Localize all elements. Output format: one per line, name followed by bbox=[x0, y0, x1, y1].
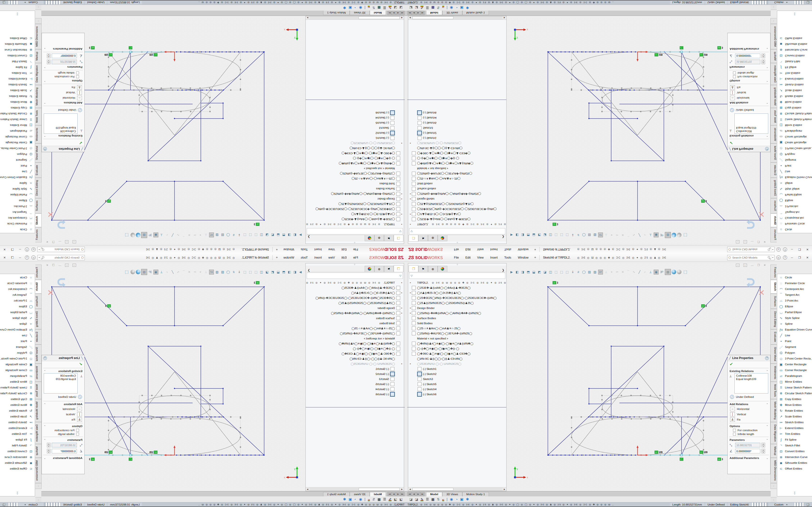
view-toolbar-icon[interactable]: 3ᴰ bbox=[659, 233, 664, 237]
view-toolbar-icon[interactable]: ✕ bbox=[620, 233, 625, 237]
search-icon[interactable] bbox=[768, 256, 770, 258]
add-relation-row[interactable]: ⚓ Fix bbox=[728, 85, 770, 90]
menu-item[interactable]: Tools bbox=[504, 248, 511, 251]
feature-tree-item[interactable]: ▸ Solid Bodies bbox=[306, 321, 403, 326]
blue-sketch-points[interactable] bbox=[549, 52, 638, 90]
bottom-toolbar-icon[interactable]: ⇅ bbox=[437, 497, 440, 501]
sketch-tool-item[interactable]: ≈ Spline bbox=[0, 180, 35, 186]
feature-tree-item[interactable]: ▸ (-) Sketch1 bbox=[306, 136, 403, 141]
menu-item[interactable]: Insert bbox=[314, 248, 322, 251]
document-tab[interactable]: 3D Views bbox=[350, 492, 369, 496]
view-toolbar-icon[interactable]: ◉ bbox=[654, 270, 659, 275]
expand-arrow-icon[interactable]: ▸ bbox=[409, 223, 412, 225]
view-toolbar-icon[interactable]: ⬓ bbox=[276, 233, 281, 237]
collapse-icon[interactable]: ⌃ bbox=[766, 370, 768, 373]
commandmanager-tab[interactable]: Weldments bbox=[35, 125, 42, 144]
parameter-input[interactable] bbox=[735, 449, 760, 453]
collapse-icon[interactable]: ⌃ bbox=[766, 403, 768, 406]
option-row[interactable]: For construction bbox=[42, 75, 84, 79]
add-relation-row[interactable]: │ Vertical bbox=[42, 90, 84, 95]
view-toolbar-icon[interactable]: ◉ bbox=[153, 270, 158, 275]
parameter-input[interactable] bbox=[52, 60, 77, 64]
bottom-toolbar-icon[interactable]: ◪ bbox=[415, 6, 418, 10]
sketch-tool-item[interactable]: ▣ Center Rectangle bbox=[0, 361, 35, 367]
tab-overflow-arrow[interactable]: ❯ bbox=[306, 269, 312, 272]
commandmanager-tab[interactable]: Markup bbox=[770, 444, 777, 458]
feature-tree-item[interactable]: ▸ ◯Λ♟◎✤25◦Э◯◦◯Э◦25✤◎♟Λ◯ bbox=[306, 212, 403, 217]
sketch-tool-item[interactable]: ⌬ Polygon bbox=[0, 350, 35, 356]
spinner[interactable]: ▲▼ bbox=[761, 443, 765, 447]
view-toolbar-icon[interactable]: ◫ bbox=[259, 270, 264, 275]
scene-cube-icon[interactable]: ⬚ bbox=[682, 232, 688, 238]
parameter-input[interactable] bbox=[735, 60, 760, 64]
feature-tree-item[interactable]: ▸ ◯25·∩✳♟Аm◯◦◯mА♟✳∩·25◯ bbox=[409, 176, 506, 181]
checkbox[interactable] bbox=[733, 75, 736, 78]
tab-propertymanager[interactable]: ⚑ bbox=[418, 266, 428, 272]
view-toolbar-icon[interactable]: ⬒ bbox=[281, 233, 286, 237]
search-input[interactable] bbox=[45, 248, 80, 251]
expand-arrow-icon[interactable]: ▸ bbox=[400, 198, 403, 200]
search-input[interactable] bbox=[732, 248, 767, 251]
tab-scroll-arrow-icon[interactable]: ▶ bbox=[416, 11, 420, 15]
menu-item[interactable]: View bbox=[328, 256, 335, 259]
expand-arrow-icon[interactable]: ▸ bbox=[409, 282, 412, 284]
view-toolbar-icon[interactable]: ⌒ bbox=[181, 270, 186, 275]
view-toolbar-icon[interactable]: ✂ bbox=[615, 233, 620, 237]
commandmanager-tab[interactable]: Weldments bbox=[35, 363, 42, 382]
sketch-tool-item[interactable]: ≈ Spline bbox=[0, 321, 35, 327]
bottom-toolbar-icon[interactable]: ✱ bbox=[466, 6, 469, 10]
bottom-toolbar-icon[interactable]: ◪ bbox=[394, 497, 397, 501]
view-toolbar-icon[interactable]: ⌐ bbox=[164, 233, 169, 237]
sketch-tool-item[interactable]: ↦ Stretch Entities bbox=[777, 419, 812, 425]
sketch-tool-item[interactable]: ◌ Perimeter Circle bbox=[777, 280, 812, 286]
checkbox[interactable] bbox=[76, 433, 79, 436]
expand-arrow-icon[interactable]: ▸ bbox=[409, 307, 412, 309]
menu-item[interactable]: View bbox=[477, 256, 484, 259]
feature-tree-item[interactable]: ▸ (-) Sketch4 bbox=[409, 387, 506, 392]
add-relation-row[interactable]: ─ Horizontal bbox=[728, 406, 770, 412]
feature-tree-item[interactable]: ▸ (-) Sketch6 bbox=[306, 392, 403, 397]
bottom-toolbar-icon[interactable]: ☰ bbox=[383, 497, 386, 501]
tag-icon[interactable]: ❏ bbox=[805, 502, 811, 507]
search-dropdown-icon[interactable]: ▾ bbox=[39, 257, 40, 259]
spinner[interactable]: ▲▼ bbox=[47, 60, 51, 64]
tree-filter-input[interactable] bbox=[414, 274, 504, 277]
view-toolbar-icon[interactable]: ▨ bbox=[215, 270, 219, 275]
spinner[interactable]: ▲▼ bbox=[47, 443, 51, 447]
sketch-tool-item[interactable]: ✂ Trim Entities bbox=[777, 431, 812, 437]
help-icon[interactable]: ? bbox=[783, 256, 787, 260]
search-box[interactable]: ⬡ ▾ bbox=[38, 255, 85, 260]
feature-tree-item[interactable]: ▸ Material < not specified > bbox=[409, 336, 506, 341]
sketch-tool-item[interactable]: ⊡ Convert Entities bbox=[0, 53, 35, 59]
sketch-tool-item[interactable]: ◠ Centerpoint Arc bbox=[0, 215, 35, 221]
add-relation-row[interactable]: │ Vertical bbox=[42, 412, 84, 417]
view-toolbar-icon[interactable]: ⊥ bbox=[203, 233, 208, 237]
panel-help-icon[interactable]: ? bbox=[43, 356, 47, 360]
collapse-icon[interactable]: ⌃ bbox=[766, 66, 768, 68]
checkbox[interactable] bbox=[733, 429, 736, 432]
spinner[interactable]: ▲▼ bbox=[761, 449, 765, 453]
relations-listbox[interactable]: Collinear108Equal length109 bbox=[44, 373, 78, 394]
view-toolbar-icon[interactable]: ⌖ bbox=[609, 233, 614, 237]
tab-scroll-arrow-icon[interactable]: |◀ bbox=[407, 11, 412, 15]
commandmanager-tab[interactable]: Surfaces bbox=[770, 294, 777, 309]
relation-list-item[interactable]: Equal length109 bbox=[735, 126, 767, 130]
collapse-icon[interactable]: ⌃ bbox=[766, 102, 768, 104]
account-icon[interactable]: ☺ bbox=[32, 247, 36, 251]
section-additional-parameters[interactable]: Additional Parameters ⌄ bbox=[42, 47, 84, 51]
commandmanager-tab[interactable]: Data Migration bbox=[35, 422, 42, 444]
feature-tree-item[interactable]: ▸ ◯·◎✤◯✳◉I◯◦◯I◉✳◯✤◎·◯ bbox=[306, 346, 403, 351]
tab-displaymanager[interactable] bbox=[365, 235, 374, 241]
feature-tree-item[interactable]: ▸ ◯25·∩✳♟Аm◯◦◯mА♟✳∩·25◯ bbox=[306, 326, 403, 331]
view-orientation-icon[interactable]: ⧈ bbox=[665, 269, 671, 275]
checkbox[interactable] bbox=[733, 71, 736, 74]
view-toolbar-icon[interactable]: ⬚ bbox=[242, 270, 247, 275]
commandmanager-tab[interactable]: Sketch bbox=[770, 280, 777, 293]
feature-tree-item[interactable]: ▸ ◯✤Э9С◦♟◯✳◉I◯◦◯I◉✳◯♟◦С9Э✤◯ bbox=[306, 151, 403, 156]
feature-tree-item[interactable]: ▸ Solid Bodies bbox=[409, 321, 506, 326]
minimize-button[interactable]: ─ bbox=[19, 248, 21, 251]
scene-cube-icon[interactable]: ⬚ bbox=[682, 269, 688, 275]
collapse-icon[interactable]: ⌃ bbox=[766, 135, 768, 137]
sketch-tool-item[interactable]: ∿ Style Spline bbox=[777, 186, 812, 192]
view-toolbar-icon[interactable]: ⬚ bbox=[248, 233, 253, 237]
